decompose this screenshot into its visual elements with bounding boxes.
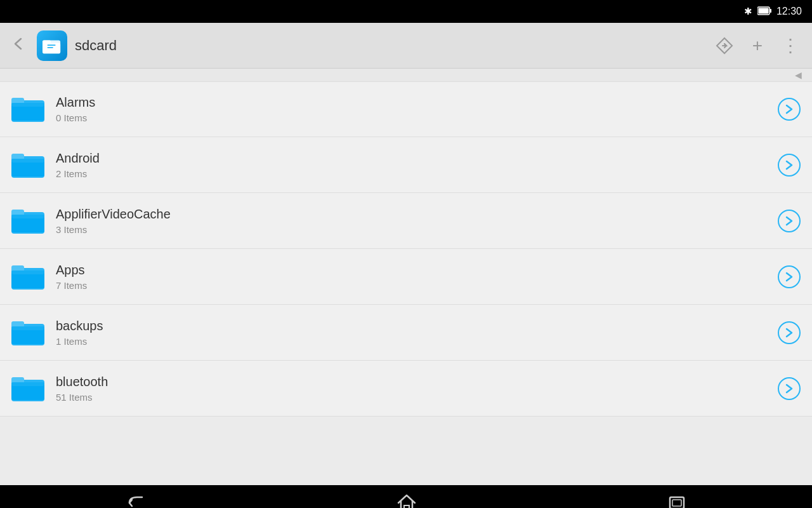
sort-arrow-icon: ◀: [795, 70, 802, 80]
nav-circle: [778, 210, 801, 232]
toolbar-title: sdcard: [75, 37, 703, 54]
svg-rect-22: [11, 215, 44, 218]
folder-icon: [10, 315, 46, 351]
list-item[interactable]: backups 1 Items: [0, 305, 812, 361]
back-button[interactable]: [8, 31, 29, 60]
bluetooth-icon: ✱: [744, 6, 752, 17]
file-name: Android: [56, 151, 776, 166]
file-meta: 51 Items: [56, 392, 776, 403]
file-meta: 1 Items: [56, 336, 776, 347]
svg-rect-34: [11, 382, 44, 386]
file-info: Alarms 0 Items: [56, 95, 776, 123]
file-info: Android 2 Items: [56, 151, 776, 179]
svg-rect-5: [43, 40, 51, 44]
recents-nav-button[interactable]: [652, 490, 702, 508]
app-icon: [37, 30, 67, 61]
nav-circle: [778, 98, 801, 121]
list-item[interactable]: ApplifierVideoCache 3 Items: [0, 193, 812, 249]
folder-nav-button[interactable]: [776, 264, 802, 290]
svg-rect-37: [672, 500, 681, 506]
folder-nav-button[interactable]: [776, 97, 802, 122]
toolbar: sdcard + ⋮: [0, 23, 812, 69]
folder-nav-button[interactable]: [776, 152, 802, 178]
svg-rect-2: [758, 8, 768, 13]
file-name: bluetooth: [56, 375, 776, 389]
file-name: Alarms: [56, 95, 776, 110]
nav-circle: [778, 154, 801, 177]
svg-rect-35: [404, 505, 409, 508]
svg-rect-1: [769, 9, 771, 13]
home-nav-button[interactable]: [382, 489, 431, 508]
status-time: 12:30: [776, 6, 802, 17]
list-item[interactable]: bluetooth 51 Items: [0, 361, 812, 417]
folder-nav-button[interactable]: [776, 376, 802, 401]
nav-circle: [778, 377, 801, 400]
file-info: backups 1 Items: [56, 319, 776, 347]
svg-rect-18: [11, 159, 44, 163]
file-meta: 7 Items: [56, 280, 776, 291]
file-meta: 2 Items: [56, 168, 776, 179]
folder-nav-button[interactable]: [776, 320, 802, 345]
file-name: Apps: [56, 263, 776, 277]
file-name: ApplifierVideoCache: [56, 207, 776, 222]
status-icons: ✱ 12:30: [744, 6, 802, 17]
svg-rect-26: [11, 271, 44, 274]
nav-bar: [0, 485, 812, 508]
svg-rect-14: [11, 103, 44, 107]
app-container: sdcard + ⋮ ◀: [0, 23, 812, 485]
folder-icon: [10, 203, 46, 239]
add-button[interactable]: +: [743, 32, 771, 60]
folder-icon: [10, 259, 46, 295]
toolbar-actions: + ⋮: [710, 32, 804, 60]
nav-circle: [778, 321, 801, 344]
file-meta: 0 Items: [56, 112, 776, 123]
navigate-button[interactable]: [710, 32, 738, 60]
file-meta: 3 Items: [56, 224, 776, 235]
more-button[interactable]: ⋮: [776, 32, 804, 60]
battery-icon: [757, 6, 771, 17]
file-info: bluetooth 51 Items: [56, 375, 776, 403]
folder-icon: [10, 147, 46, 183]
file-info: Apps 7 Items: [56, 263, 776, 291]
list-item[interactable]: Apps 7 Items: [0, 249, 812, 305]
list-item[interactable]: Android 2 Items: [0, 137, 812, 193]
nav-circle: [778, 265, 801, 288]
file-name: backups: [56, 319, 776, 333]
file-list: Alarms 0 Items Android: [0, 81, 812, 485]
sort-indicator: ◀: [0, 69, 812, 81]
folder-icon: [10, 371, 46, 406]
list-item[interactable]: Alarms 0 Items: [0, 81, 812, 137]
folder-icon: [10, 91, 46, 127]
svg-rect-6: [48, 44, 56, 46]
svg-rect-30: [11, 326, 44, 330]
status-bar: ✱ 12:30: [0, 0, 812, 23]
svg-rect-7: [48, 46, 53, 48]
back-nav-button[interactable]: [110, 490, 161, 508]
file-info: ApplifierVideoCache 3 Items: [56, 207, 776, 235]
folder-nav-button[interactable]: [776, 208, 802, 234]
